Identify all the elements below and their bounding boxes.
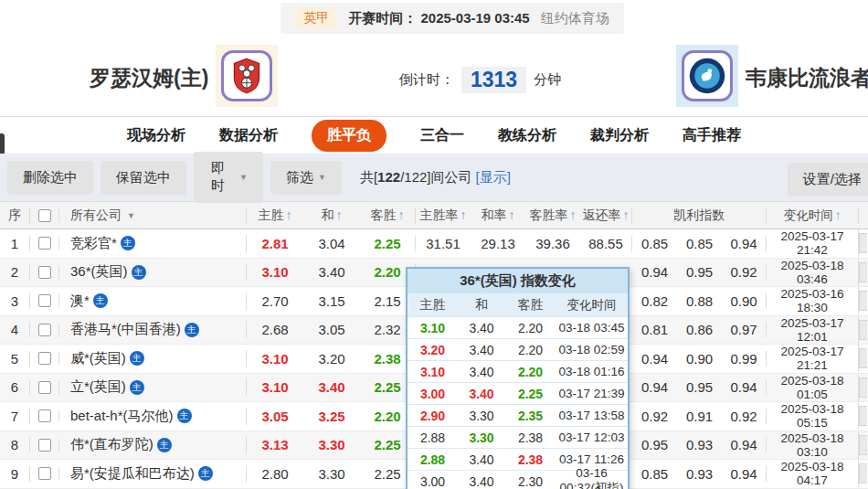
row-extra-cut[interactable] [859, 406, 868, 426]
row-checkbox[interactable] [30, 324, 59, 336]
detail-button-cut [859, 435, 867, 455]
change-time: 2025-03-16 18:30 [767, 287, 859, 314]
detail-button-cut [859, 348, 867, 368]
delete-selected-button[interactable]: 删除选中 [7, 161, 93, 195]
odds-draw[interactable]: 3.40 [303, 379, 360, 395]
select-all-checkbox[interactable] [30, 209, 59, 222]
odds-home[interactable]: 3.10 [247, 351, 303, 367]
col-draw-odds[interactable]: 和↑ [303, 207, 360, 224]
sort-up-icon: ↑ [398, 207, 405, 222]
popup-odds-draw: 3.40 [458, 452, 505, 467]
row-extra-cut[interactable] [859, 377, 868, 398]
odds-home[interactable]: 2.70 [247, 293, 303, 309]
popup-odds-draw: 3.30 [458, 409, 505, 423]
odds-draw[interactable]: 3.30 [303, 466, 360, 482]
row-extra-cut[interactable] [859, 435, 868, 455]
odds-away[interactable]: 2.25 [360, 236, 416, 251]
row-checkbox[interactable] [30, 266, 59, 279]
detail-button-cut [859, 262, 867, 282]
kelly-value: 0.95 [632, 437, 677, 452]
sort-up-icon: ↑ [835, 208, 842, 222]
time-filter-dropdown[interactable]: 即时 ▼ [194, 152, 263, 203]
col-company[interactable]: 所有公司▼ [59, 207, 247, 224]
col-return-rate[interactable]: 返还率↑ [580, 207, 632, 224]
odds-draw[interactable]: 3.04 [303, 236, 360, 251]
keep-selected-button[interactable]: 保留选中 [101, 161, 186, 195]
main-marker-icon: 主 [121, 236, 135, 250]
filter-dropdown[interactable]: 筛选 ▼ [270, 161, 342, 195]
odds-draw[interactable]: 3.15 [303, 293, 360, 309]
checkbox-icon [38, 381, 51, 394]
odds-draw[interactable]: 3.05 [303, 322, 360, 337]
popup-odds-away: 2.20 [505, 321, 556, 335]
col-away-rate[interactable]: 客胜率↑ [525, 207, 580, 224]
settings-button[interactable]: 设置/选择 [788, 163, 868, 197]
odds-home[interactable]: 3.05 [247, 409, 303, 424]
row-checkbox[interactable] [30, 467, 59, 480]
nav-tab[interactable]: 数据分析 [219, 126, 278, 145]
odds-home[interactable]: 2.80 [247, 466, 303, 482]
company-name[interactable]: bet-at-h*(马尔他) [70, 408, 174, 425]
row-seq: 5 [0, 351, 30, 367]
popup-change-time: 03-17 21:39 [556, 387, 628, 400]
main-marker-icon: 主 [185, 323, 199, 337]
odds-home[interactable]: 2.68 [247, 322, 303, 337]
row-extra-cut[interactable] [859, 320, 868, 340]
nav-tab[interactable]: 胜平负 [312, 120, 386, 152]
popup-odds-draw: 3.40 [458, 321, 505, 335]
odds-home[interactable]: 3.10 [247, 379, 303, 395]
row-extra-cut[interactable] [859, 262, 868, 282]
row-checkbox[interactable] [30, 237, 59, 250]
nav-tab[interactable]: 裁判分析 [590, 126, 649, 145]
row-extra-cut[interactable] [859, 291, 868, 311]
kelly-value: 0.85 [632, 236, 677, 251]
nav-tab[interactable]: 教练分析 [498, 126, 556, 145]
company-cell: 威*(英国)主 [59, 350, 247, 367]
popup-odds-away: 2.25 [505, 387, 556, 401]
company-name[interactable]: 立*(英国) [70, 378, 126, 396]
away-team-name: 韦康比流浪者 [746, 64, 868, 92]
col-home-odds[interactable]: 主胜↑ [247, 207, 303, 224]
row-extra-cut[interactable] [859, 348, 868, 368]
company-name[interactable]: 威*(英国) [70, 350, 126, 367]
row-checkbox[interactable] [30, 294, 59, 307]
odds-draw[interactable]: 3.25 [303, 409, 360, 424]
row-checkbox[interactable] [30, 381, 59, 394]
col-change-time[interactable]: 变化时间↑ [767, 207, 859, 224]
odds-home[interactable]: 2.81 [247, 236, 303, 251]
edge-widget-partial[interactable] [0, 133, 5, 155]
row-extra-cut[interactable] [859, 233, 868, 253]
odds-home[interactable]: 3.13 [247, 437, 303, 452]
row-checkbox[interactable] [30, 409, 59, 422]
odds-draw[interactable]: 3.30 [303, 437, 360, 452]
popup-odds-away: 2.35 [505, 409, 556, 423]
popup-change-time: 03-17 13:58 [556, 409, 628, 422]
popup-odds-home: 3.10 [408, 321, 458, 335]
odds-home[interactable]: 3.10 [247, 264, 303, 280]
company-name[interactable]: 伟*(直布罗陀) [70, 436, 153, 453]
kelly-value: 0.94 [722, 379, 767, 395]
popup-title: 36*(英国) 指数变化 [408, 269, 628, 293]
rate-home: 31.51 [416, 236, 471, 251]
col-away-odds[interactable]: 客胜↑ [360, 207, 416, 224]
company-name[interactable]: 竞彩官* [70, 235, 117, 252]
col-draw-rate[interactable]: 和率↑ [471, 207, 525, 224]
col-home-rate[interactable]: 主胜率↑ [416, 207, 471, 224]
nav-tab[interactable]: 现场分析 [127, 126, 185, 145]
popup-odds-away: 2.38 [505, 452, 556, 467]
show-link[interactable]: [显示] [476, 169, 511, 185]
odds-draw[interactable]: 3.40 [303, 264, 360, 280]
nav-tab[interactable]: 三合一 [420, 126, 464, 145]
popup-row: 2.883.302.3803-17 12:03 [408, 426, 628, 448]
popup-row: 2.903.302.3503-17 13:58 [408, 404, 628, 426]
nav-tab[interactable]: 高手推荐 [683, 126, 741, 145]
checkbox-icon [38, 209, 51, 222]
row-extra-cut[interactable] [859, 463, 868, 484]
row-checkbox[interactable] [30, 352, 59, 365]
row-checkbox[interactable] [30, 439, 59, 452]
odds-draw[interactable]: 3.20 [303, 351, 360, 367]
company-name[interactable]: 易*(安提瓜和巴布达) [70, 465, 195, 483]
company-name[interactable]: 澳* [70, 292, 90, 310]
company-name[interactable]: 36*(英国) [70, 263, 128, 281]
company-name[interactable]: 香港马*(中国香港) [70, 321, 181, 338]
